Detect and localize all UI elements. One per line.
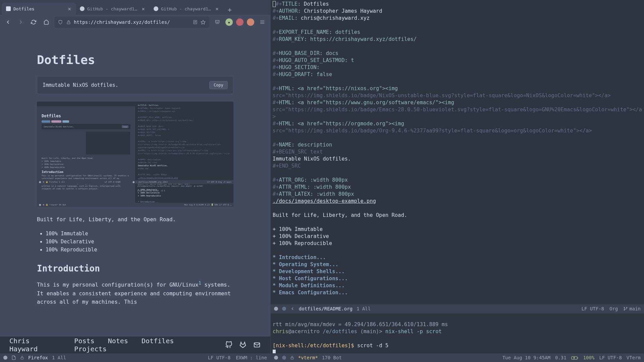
modified-dot-icon <box>282 356 286 360</box>
hamburger-menu-icon[interactable] <box>258 17 267 27</box>
copy-button[interactable]: Copy <box>209 81 228 89</box>
description-text: Immutable NixOS dotfiles. <box>43 82 118 88</box>
tab-active[interactable]: Dotfiles × <box>2 3 76 15</box>
tagline: Built for Life, Liberty, and the Open Ro… <box>37 216 233 223</box>
clock: Tue Aug 10 9:45AM <box>502 355 550 360</box>
major-mode: Org <box>609 306 618 311</box>
nav-notes[interactable]: Notes <box>108 337 128 345</box>
introduction-text: This is my personal configuration(s) for… <box>37 280 233 306</box>
git-branch: main <box>623 306 641 311</box>
back-button[interactable] <box>3 17 13 27</box>
tab-label: GitHub - chayward1/dotf <box>161 6 212 11</box>
pocket-icon[interactable] <box>213 17 222 27</box>
tab-label: GitHub - chayward1/dotf <box>87 6 138 11</box>
firefox-window: Dotfiles × GitHub - chayward1/dotf × Git… <box>0 0 270 353</box>
cursor-position: 1 All <box>357 306 371 311</box>
cursor-position: 1 All <box>52 355 66 360</box>
footer-nav: Posts Notes Dotfiles Projects <box>74 337 214 353</box>
status-dot-icon <box>274 356 278 360</box>
web-page[interactable]: Dotfiles Immutable NixOS dotfiles. Copy … <box>0 29 270 353</box>
load-average: 0.31 <box>555 355 567 360</box>
buffer-name: *vterm* <box>298 355 318 360</box>
gitlab-icon[interactable] <box>239 341 247 349</box>
tab-github-2[interactable]: GitHub - chayward1/dotf × <box>150 3 223 15</box>
introduction-heading: Introduction <box>37 263 233 274</box>
major-mode: EXWM : line <box>236 355 267 360</box>
modified-dot-icon <box>282 307 286 311</box>
home-button[interactable] <box>42 17 51 27</box>
svg-point-12 <box>624 309 625 310</box>
favicon-icon <box>6 6 11 11</box>
feature-list: 100% Immutable 100% Declarative 100% Rep… <box>37 231 233 253</box>
new-tab-button[interactable]: + <box>225 5 235 15</box>
svg-marker-5 <box>201 20 206 24</box>
lock-icon <box>66 19 71 25</box>
close-icon[interactable]: × <box>215 6 219 11</box>
encoding: LF UTF-8 <box>599 355 622 360</box>
term-modeline: *vterm* 170 Bot Tue Aug 10 9:45AM 0.31 1… <box>271 353 644 362</box>
left-modeline: Firefox 1 All LF UTF-8 EXWM : line <box>0 353 270 362</box>
nav-projects[interactable]: Projects <box>74 345 106 353</box>
feature-item: 100% Declarative <box>46 239 233 245</box>
status-dot-icon <box>274 307 278 311</box>
page-title: Dotfiles <box>37 53 233 67</box>
extension-ublock-icon[interactable] <box>236 18 244 26</box>
svg-marker-17 <box>573 357 575 359</box>
reload-button[interactable] <box>29 17 38 27</box>
left-pane: Dotfiles × GitHub - chayward1/dotf × Git… <box>0 0 270 362</box>
svg-rect-14 <box>291 358 293 359</box>
status-dot-icon <box>3 356 7 360</box>
file-icon <box>11 355 16 360</box>
github-icon <box>80 6 85 11</box>
url-input[interactable] <box>74 19 190 25</box>
cursor-position: 170 Bot <box>322 355 342 360</box>
desktop-screenshot-image: Dotfiles Immutable NixOS dotfiles.Copy B… <box>37 102 233 207</box>
encoding: LF UTF-8 <box>208 355 230 360</box>
footer-brand[interactable]: Chris Hayward <box>9 337 57 353</box>
github-icon[interactable] <box>225 341 233 349</box>
right-pane: #+TITLE: Dotfiles #+AUTHOR: Christopher … <box>270 0 644 362</box>
browser-toolbar: ◆ <box>0 15 270 29</box>
nav-posts[interactable]: Posts <box>74 337 94 345</box>
feature-item: 100% Reproducible <box>46 247 233 253</box>
forward-button[interactable] <box>16 17 25 27</box>
svg-rect-10 <box>21 358 23 359</box>
battery-icon <box>571 355 579 360</box>
svg-point-13 <box>627 307 627 308</box>
tab-github-1[interactable]: GitHub - chayward1/dotf × <box>76 3 150 15</box>
close-icon[interactable]: × <box>67 6 72 11</box>
feature-item: 100% Immutable <box>46 231 233 237</box>
battery-percent: 100% <box>583 355 595 360</box>
footer-social <box>225 341 261 349</box>
svg-rect-0 <box>67 22 70 23</box>
buffer-name: Firefox <box>28 355 48 360</box>
buffer-name: dotfiles/README.org <box>299 306 353 311</box>
shield-icon <box>58 19 63 25</box>
major-mode: VTerm <box>627 355 641 360</box>
org-editor[interactable]: #+TITLE: Dotfiles #+AUTHOR: Christopher … <box>271 0 644 304</box>
tab-label: Dotfiles <box>13 6 64 11</box>
tab-bar: Dotfiles × GitHub - chayward1/dotf × Git… <box>0 0 270 15</box>
description-codebox: Immutable NixOS dotfiles. Copy <box>37 76 233 94</box>
readonly-lock-icon <box>20 356 24 360</box>
close-icon[interactable]: × <box>141 6 146 11</box>
github-icon <box>154 6 158 11</box>
svg-rect-16 <box>577 357 578 358</box>
vterm[interactable]: rtt min/avg/max/mdev = 49.294/186.651/36… <box>271 313 644 353</box>
bookmark-star-icon[interactable] <box>201 19 206 25</box>
back-arrow-icon <box>290 306 295 311</box>
toolbar-right: ◆ <box>213 17 267 27</box>
editor-modeline: dotfiles/README.org 1 All LF UTF-8 Org m… <box>271 304 644 313</box>
extension-bitwarden-icon[interactable]: ◆ <box>225 18 233 26</box>
encoding: LF UTF-8 <box>582 306 604 311</box>
site-footer: Chris Hayward Posts Notes Dotfiles Proje… <box>0 337 270 353</box>
nav-dotfiles[interactable]: Dotfiles <box>142 337 174 345</box>
svg-point-11 <box>624 307 625 308</box>
extension-icon[interactable] <box>247 18 254 26</box>
address-bar[interactable] <box>54 16 209 28</box>
reader-mode-icon[interactable] <box>193 19 198 25</box>
mail-icon[interactable] <box>253 341 261 349</box>
readonly-lock-icon <box>290 356 294 360</box>
